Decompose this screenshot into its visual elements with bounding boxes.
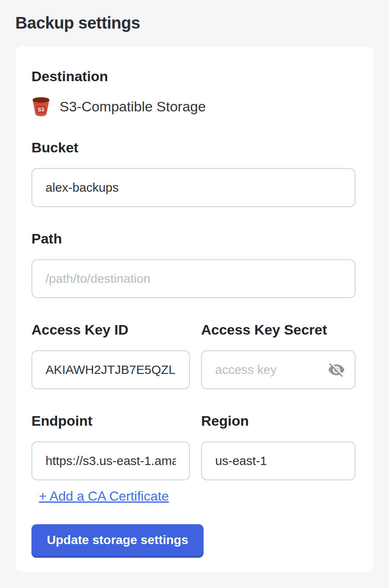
bucket-field: Bucket xyxy=(31,139,355,207)
region-input[interactable] xyxy=(201,441,355,480)
endpoint-region-row: Endpoint Region xyxy=(31,412,355,480)
eye-off-icon[interactable] xyxy=(327,361,346,379)
path-field: Path xyxy=(31,230,355,298)
region-label: Region xyxy=(201,412,355,429)
svg-text:S3: S3 xyxy=(38,106,44,113)
access-key-secret-label: Access Key Secret xyxy=(201,321,355,338)
access-keys-row: Access Key ID Access Key Secret xyxy=(31,321,355,412)
bucket-input[interactable] xyxy=(31,168,355,207)
backup-settings-page: Backup settings Destination S3 S3-Compat… xyxy=(0,0,389,572)
page-title: Backup settings xyxy=(15,13,374,32)
s3-bucket-icon: S3 xyxy=(31,96,50,117)
backup-settings-card: Destination S3 S3-Compatible Storage Buc… xyxy=(15,46,374,572)
add-ca-certificate-link[interactable]: + Add a CA Certificate xyxy=(39,489,169,504)
update-storage-settings-button[interactable]: Update storage settings xyxy=(31,524,204,556)
destination-label: Destination xyxy=(31,68,355,84)
destination-provider-row: S3 S3-Compatible Storage xyxy=(31,94,355,118)
path-input[interactable] xyxy=(31,259,355,298)
access-key-secret-field: Access Key Secret xyxy=(201,321,355,389)
endpoint-label: Endpoint xyxy=(31,412,190,429)
access-key-id-label: Access Key ID xyxy=(31,321,190,338)
region-field: Region xyxy=(201,412,355,480)
bucket-label: Bucket xyxy=(31,139,355,156)
access-key-id-field: Access Key ID xyxy=(31,321,190,389)
endpoint-input[interactable] xyxy=(31,441,190,480)
access-key-id-input[interactable] xyxy=(31,350,190,389)
provider-name: S3-Compatible Storage xyxy=(60,98,206,115)
path-label: Path xyxy=(31,230,355,247)
endpoint-field: Endpoint xyxy=(31,412,190,480)
